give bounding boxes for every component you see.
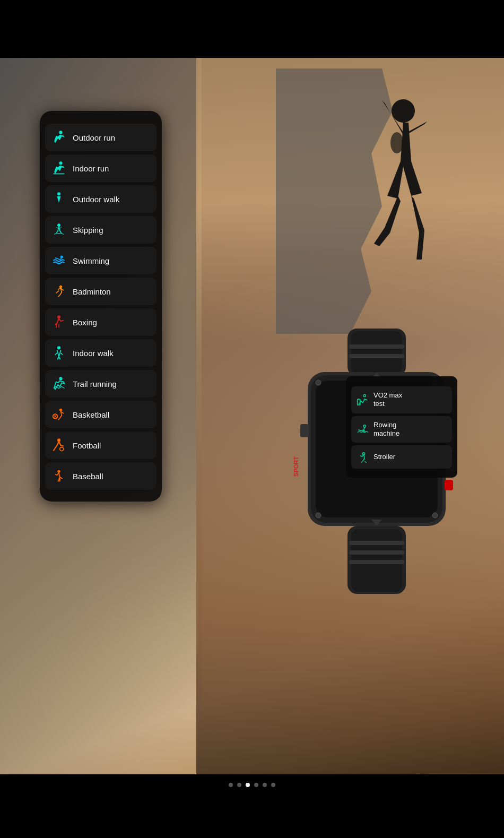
- outdoor-run-label: Outdoor run: [73, 133, 115, 142]
- trail-running-icon: [50, 375, 67, 392]
- phone-card: Outdoor run Indoor run Outdoor walk Skip…: [40, 111, 162, 502]
- phone-sport-item-indoor-run[interactable]: Indoor run: [45, 154, 157, 182]
- outdoor-walk-icon: [50, 191, 67, 208]
- baseball-icon: [50, 468, 67, 485]
- skipping-label: Skipping: [73, 226, 103, 235]
- phone-items-list: Outdoor run Indoor run Outdoor walk Skip…: [45, 124, 157, 490]
- phone-sport-item-baseball[interactable]: Baseball: [45, 462, 157, 490]
- phone-sport-item-football[interactable]: Football: [45, 431, 157, 459]
- basketball-icon: [50, 406, 67, 423]
- svg-point-48: [362, 453, 364, 455]
- svg-point-5: [57, 192, 60, 195]
- rowing-machine-watch-label: Rowingmachine: [373, 421, 399, 438]
- dot-5[interactable]: [263, 783, 267, 787]
- svg-rect-23: [351, 331, 402, 374]
- football-icon: [50, 437, 67, 454]
- phone-sport-item-trail-running[interactable]: Trail running: [45, 370, 157, 398]
- svg-point-3: [59, 161, 62, 165]
- dot-1[interactable]: [229, 783, 233, 787]
- pagination-dots: [0, 774, 504, 798]
- page-header: [0, 0, 504, 58]
- svg-point-45: [363, 395, 366, 397]
- dot-3[interactable]: [246, 783, 250, 787]
- svg-point-0: [392, 99, 415, 123]
- stroller-watch-label: Stroller: [373, 453, 395, 461]
- phone-sport-item-boxing[interactable]: Boxing: [45, 308, 157, 336]
- skipping-icon: [50, 221, 67, 238]
- watch-items-list: VO2 maxtest Rowingmachine Stroller: [351, 386, 452, 469]
- climber-figure: [276, 68, 462, 334]
- main-subtitle: [11, 28, 493, 42]
- trail-running-label: Trail running: [73, 379, 117, 388]
- watch-item-stroller: Stroller: [351, 445, 452, 469]
- svg-rect-38: [349, 541, 404, 545]
- svg-rect-31: [445, 480, 453, 490]
- phone-sport-item-outdoor-run[interactable]: Outdoor run: [45, 124, 157, 151]
- dot-2[interactable]: [237, 783, 241, 787]
- stroller-watch-icon: [355, 450, 369, 464]
- svg-point-20: [60, 447, 64, 451]
- badminton-icon: [50, 283, 67, 300]
- svg-point-6: [57, 224, 60, 227]
- boxing-label: Boxing: [73, 318, 97, 327]
- indoor-run-icon: [50, 160, 67, 177]
- phone-sport-item-indoor-walk[interactable]: Indoor walk: [45, 339, 157, 367]
- phone-sport-item-basketball[interactable]: Basketball: [45, 401, 157, 428]
- watch-item-vo2-max: VO2 maxtest: [351, 386, 452, 413]
- indoor-walk-label: Indoor walk: [73, 349, 114, 358]
- phone-sport-item-swimming[interactable]: Swimming: [45, 247, 157, 274]
- vo2-max-watch-label: VO2 maxtest: [373, 391, 402, 409]
- svg-point-9: [60, 255, 63, 258]
- svg-point-19: [57, 438, 60, 442]
- swimming-label: Swimming: [73, 256, 109, 265]
- svg-point-12: [57, 315, 60, 318]
- svg-point-14: [59, 377, 62, 380]
- rowing-machine-watch-icon: [355, 422, 369, 436]
- dot-6[interactable]: [271, 783, 275, 787]
- indoor-run-label: Indoor run: [73, 164, 109, 173]
- svg-point-1: [390, 132, 403, 153]
- svg-rect-39: [349, 550, 404, 555]
- svg-rect-24: [349, 344, 404, 349]
- svg-point-41: [316, 380, 321, 385]
- dot-4[interactable]: [254, 783, 258, 787]
- svg-point-44: [432, 513, 438, 518]
- swimming-icon: [50, 252, 67, 269]
- svg-point-10: [59, 286, 62, 288]
- football-label: Football: [73, 441, 101, 450]
- svg-point-47: [363, 425, 366, 427]
- svg-point-13: [57, 346, 60, 349]
- svg-rect-40: [349, 560, 404, 564]
- svg-point-2: [59, 131, 62, 134]
- svg-point-43: [316, 513, 321, 518]
- watch-item-rowing-machine: Rowingmachine: [351, 416, 452, 443]
- phone-sport-item-badminton[interactable]: Badminton: [45, 278, 157, 305]
- svg-text:SPORT: SPORT: [293, 456, 299, 477]
- watch-display-card: VO2 maxtest Rowingmachine Stroller: [346, 376, 457, 478]
- indoor-walk-icon: [50, 344, 67, 361]
- svg-rect-32: [300, 424, 309, 437]
- svg-rect-25: [349, 354, 404, 358]
- svg-point-15: [59, 409, 62, 411]
- phone-sport-item-outdoor-walk[interactable]: Outdoor walk: [45, 185, 157, 213]
- svg-point-21: [57, 470, 60, 473]
- hero-section: Outdoor run Indoor run Outdoor walk Skip…: [0, 58, 504, 774]
- boxing-icon: [50, 314, 67, 331]
- svg-line-11: [56, 290, 59, 293]
- phone-sport-item-skipping[interactable]: Skipping: [45, 216, 157, 244]
- outdoor-run-icon: [50, 129, 67, 146]
- vo2-max-watch-icon: [355, 393, 369, 407]
- baseball-label: Baseball: [73, 472, 103, 481]
- basketball-label: Basketball: [73, 410, 109, 419]
- outdoor-walk-label: Outdoor walk: [73, 195, 119, 204]
- badminton-label: Badminton: [73, 287, 111, 296]
